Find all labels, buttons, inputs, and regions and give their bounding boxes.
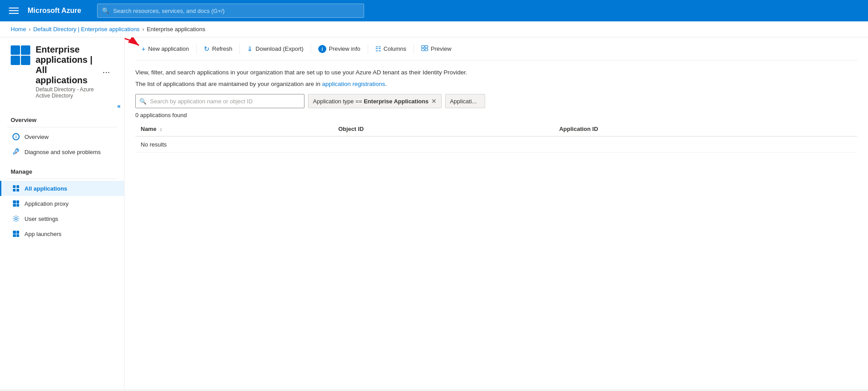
breadcrumb-middle[interactable]: Default Directory | Enterprise applicati… (33, 26, 140, 33)
table-no-results-row: No results (135, 136, 857, 153)
grid-icon-app-launchers (12, 230, 20, 238)
gear-icon (12, 215, 20, 223)
preview-info-button[interactable]: i Preview info (312, 41, 367, 57)
sidebar-item-application-proxy-label: Application proxy (24, 200, 69, 207)
page-icon-cell-4 (21, 56, 30, 65)
sidebar-item-user-settings[interactable]: User settings (0, 211, 124, 226)
sidebar-item-application-proxy[interactable]: Application proxy (0, 196, 124, 211)
download-label: Download (Export) (256, 45, 304, 52)
info-circle-icon: i (12, 133, 20, 141)
toolbar-divider-1 (196, 44, 197, 54)
collapse-sidebar-area: « (0, 101, 124, 111)
sort-icon-name[interactable]: ↕ (160, 126, 162, 132)
sidebar-item-app-launchers-label: App launchers (24, 231, 61, 237)
sidebar-item-all-applications-label: All applications (24, 185, 67, 192)
filter-tag-extra-text: Applicati... (450, 98, 477, 105)
sidebar-section-manage: Manage (0, 163, 124, 177)
sidebar-item-overview[interactable]: i Overview (0, 129, 124, 144)
preview-info-label: Preview info (329, 45, 361, 52)
top-navigation-bar: Microsoft Azure 🔍 (0, 0, 868, 21)
wrench-icon (12, 148, 20, 156)
table-col-name-label: Name (141, 126, 156, 132)
page-header: Enterprise applications | All applicatio… (0, 37, 124, 101)
info-icon: i (318, 45, 326, 53)
sidebar-divider-2 (7, 179, 117, 179)
page-icon-cell-3 (11, 56, 20, 65)
main-layout: Enterprise applications | All applicatio… (0, 37, 868, 389)
no-results-cell: No results (135, 136, 857, 153)
search-icon: 🔍 (139, 98, 146, 105)
page-title: Enterprise applications | All applicatio… (36, 45, 95, 86)
sidebar-item-diagnose[interactable]: Diagnose and solve problems (0, 144, 124, 159)
description-line1: View, filter, and search applications in… (135, 68, 857, 77)
table-header-name: Name ↕ (135, 122, 333, 136)
table-col-application-id-label: Application ID (559, 126, 598, 132)
preview-button[interactable]: Preview (415, 41, 458, 57)
results-count: 0 applications found (135, 112, 857, 118)
sidebar-item-diagnose-label: Diagnose and solve problems (24, 149, 101, 155)
svg-rect-4 (425, 45, 428, 48)
svg-rect-5 (422, 49, 424, 51)
collapse-sidebar-button[interactable]: « (117, 102, 121, 110)
application-type-filter-tag: Application type == Enterprise Applicati… (308, 94, 442, 108)
grid-icon-all-apps (12, 184, 20, 192)
application-registrations-link[interactable]: application registrations (322, 81, 385, 87)
download-icon: ⇓ (247, 45, 253, 53)
application-status-filter-tag: Applicati... (445, 94, 485, 108)
table-header-application-id: Application ID (554, 122, 857, 136)
svg-point-1 (15, 218, 17, 220)
sidebar-item-all-applications[interactable]: All applications (0, 181, 124, 196)
columns-icon: ☷ (375, 45, 381, 53)
preview-icon (421, 45, 428, 53)
filter-tag-close-button[interactable]: ✕ (431, 98, 437, 104)
page-icon (11, 45, 30, 65)
applications-table: Name ↕ Object ID Application ID No resul… (135, 122, 857, 153)
download-button[interactable]: ⇓ Download (Export) (241, 41, 310, 57)
refresh-label: Refresh (212, 45, 233, 52)
page-icon-cell-1 (11, 45, 20, 55)
main-content: + New application ↻ Refresh ⇓ Download (… (125, 37, 868, 389)
toolbar-divider-5 (414, 44, 414, 54)
columns-button[interactable]: ☷ Columns (369, 41, 413, 57)
sidebar-divider-1 (7, 127, 117, 127)
toolbar-divider-4 (368, 44, 368, 54)
new-application-label: New application (148, 45, 189, 52)
breadcrumb-current: Enterprise applications (147, 26, 206, 33)
page-subtitle: Default Directory - Azure Active Directo… (36, 86, 95, 99)
global-search-icon: 🔍 (102, 7, 110, 14)
page-icon-cell-2 (21, 45, 30, 55)
global-search-input[interactable] (113, 8, 359, 14)
sidebar-item-user-settings-label: User settings (24, 216, 58, 222)
app-title: Microsoft Azure (28, 7, 81, 15)
breadcrumb-home[interactable]: Home (11, 26, 26, 33)
toolbar-divider-2 (239, 44, 240, 54)
sidebar-item-app-launchers[interactable]: App launchers (0, 226, 124, 241)
toolbar: + New application ↻ Refresh ⇓ Download (… (135, 37, 857, 61)
columns-label: Columns (384, 45, 406, 52)
svg-rect-3 (422, 45, 424, 48)
annotation-arrow (125, 37, 144, 55)
preview-label: Preview (431, 45, 451, 52)
sidebar-item-overview-label: Overview (24, 134, 49, 140)
application-search-box[interactable]: 🔍 (135, 94, 304, 108)
svg-rect-6 (425, 49, 428, 51)
table-header-object-id: Object ID (333, 122, 554, 136)
refresh-icon: ↻ (204, 45, 210, 53)
description-line2: The list of applications that are mainta… (135, 79, 857, 89)
application-search-input[interactable] (150, 98, 300, 105)
page-title-area: Enterprise applications | All applicatio… (30, 45, 95, 99)
global-search-box[interactable]: 🔍 (97, 4, 364, 18)
toolbar-divider-3 (311, 44, 311, 54)
breadcrumb-sep-1: › (29, 26, 31, 33)
sidebar-section-overview: Overview (0, 111, 124, 125)
filter-tag-text: Application type == Enterprise Applicati… (313, 98, 429, 105)
refresh-button[interactable]: ↻ Refresh (198, 41, 239, 57)
filter-bar: 🔍 Application type == Enterprise Applica… (135, 94, 857, 108)
description-line2-text: The list of applications that are mainta… (135, 81, 320, 87)
new-application-button[interactable]: + New application (135, 41, 195, 56)
table-header-row: Name ↕ Object ID Application ID (135, 122, 857, 136)
hamburger-menu-button[interactable] (7, 6, 20, 16)
sidebar: Enterprise applications | All applicatio… (0, 37, 125, 389)
more-options-button[interactable]: ··· (99, 65, 114, 79)
breadcrumb-sep-2: › (142, 26, 144, 33)
